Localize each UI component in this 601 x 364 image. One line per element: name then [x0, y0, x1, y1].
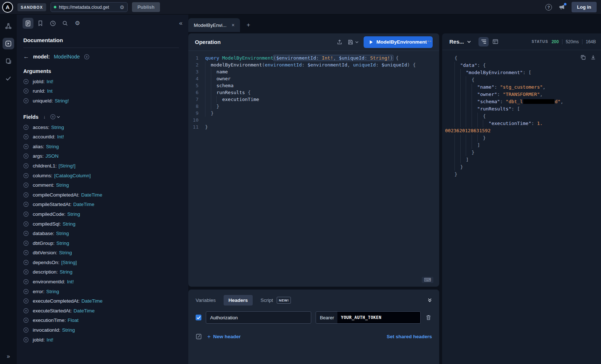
field-row[interactable]: error: String	[23, 287, 179, 296]
rail-explorer-button[interactable]	[3, 38, 14, 49]
editor-menu-button[interactable]: •••	[426, 39, 432, 43]
field-type-link[interactable]: String	[46, 144, 59, 149]
field-type-link[interactable]: String	[59, 250, 72, 255]
header-key-input[interactable]: Authorization	[206, 311, 311, 324]
tab-documentation[interactable]	[23, 18, 33, 29]
field-row[interactable]: comment: String	[23, 180, 179, 190]
set-shared-headers-link[interactable]: Set shared headers	[386, 334, 432, 339]
argument-type-link[interactable]: Int!	[47, 79, 53, 84]
collapse-request-panel-button[interactable]	[428, 298, 432, 303]
field-row[interactable]: dependsOn: [String]	[23, 258, 179, 267]
add-field-icon[interactable]	[23, 337, 29, 343]
argument-type-link[interactable]: Int	[47, 88, 53, 94]
add-field-icon[interactable]	[23, 134, 29, 139]
add-field-icon[interactable]	[23, 144, 29, 149]
add-field-icon[interactable]	[23, 163, 29, 169]
argument-row[interactable]: jobId: Int!	[23, 77, 179, 86]
field-row[interactable]: description: String	[23, 267, 179, 277]
field-type-link[interactable]: String	[46, 289, 59, 294]
field-row[interactable]: compiledCode: String	[23, 209, 179, 219]
argument-row[interactable]: runId: Int	[23, 86, 179, 96]
table-view-button[interactable]	[490, 37, 500, 46]
field-row[interactable]: args: JSON	[23, 151, 179, 161]
add-argument-icon[interactable]	[23, 79, 29, 84]
add-field-icon[interactable]	[23, 327, 29, 333]
new-tab-button[interactable]: +	[243, 18, 254, 32]
tab-headers[interactable]: Headers	[224, 295, 252, 306]
add-field-icon[interactable]	[23, 221, 29, 227]
add-field-icon[interactable]	[23, 202, 29, 207]
field-type-link[interactable]: Int!	[47, 337, 53, 343]
tab-history[interactable]	[47, 18, 58, 29]
formatted-view-button[interactable]	[478, 37, 489, 46]
share-operation-button[interactable]	[337, 39, 342, 45]
add-field-icon[interactable]	[23, 125, 29, 130]
field-type-link[interactable]: Int!	[67, 279, 74, 284]
field-row[interactable]: executionTime: Float	[23, 316, 179, 325]
tab-search[interactable]	[60, 18, 71, 29]
env-edit-icon[interactable]	[196, 333, 202, 340]
add-all-fields-icon[interactable]	[84, 54, 89, 60]
tab-variables[interactable]: Variables	[196, 298, 216, 303]
field-row[interactable]: compiledSql: String	[23, 219, 179, 229]
field-row[interactable]: invocationId: String	[23, 325, 179, 335]
field-row[interactable]: executeCompletedAt: DateTime	[23, 296, 179, 306]
apollo-logo[interactable]: A	[2, 2, 13, 13]
add-field-icon[interactable]	[23, 173, 29, 178]
rail-checks-button[interactable]	[3, 73, 14, 84]
field-type-link[interactable]: [CatalogColumn]	[54, 173, 91, 178]
tab-script[interactable]: Script	[261, 298, 273, 303]
field-row[interactable]: executeStartedAt: DateTime	[23, 306, 179, 316]
field-row[interactable]: alias: String	[23, 142, 179, 151]
field-type-link[interactable]: JSON	[45, 153, 59, 159]
field-type-link[interactable]: [String!]	[59, 163, 76, 169]
add-field-icon[interactable]	[23, 240, 29, 246]
field-row[interactable]: compileStartedAt: DateTime	[23, 200, 179, 210]
add-field-icon[interactable]	[23, 260, 29, 265]
tab-settings[interactable]: ⚙	[72, 18, 83, 29]
rail-collections-button[interactable]	[3, 55, 14, 67]
login-button[interactable]: Log in	[572, 2, 597, 12]
add-argument-icon[interactable]	[23, 88, 29, 94]
header-value-input[interactable]: Bearer YOUR_AUTH_TOKEN	[316, 311, 421, 324]
add-field-icon[interactable]	[23, 308, 29, 314]
add-field-icon[interactable]	[23, 182, 29, 188]
field-row[interactable]: dbtGroup: String	[23, 238, 179, 248]
field-type-link[interactable]: String	[60, 269, 72, 275]
add-argument-icon[interactable]	[23, 98, 29, 104]
add-field-icon[interactable]	[23, 211, 29, 217]
operation-tab[interactable]: ModelByEnvi... ×	[188, 18, 240, 32]
add-field-icon[interactable]	[23, 153, 29, 159]
publish-button[interactable]: Publish	[132, 2, 160, 12]
help-icon[interactable]: ?	[545, 4, 552, 11]
keyboard-shortcuts-button[interactable]: ⌨	[422, 277, 433, 283]
field-type-link[interactable]: DateTime	[73, 308, 95, 314]
field-type-link[interactable]: String	[56, 182, 69, 188]
rail-schema-button[interactable]	[3, 20, 14, 32]
sort-fields-icon[interactable]: ↓	[43, 114, 46, 120]
add-field-icon[interactable]	[23, 318, 29, 323]
add-field-icon[interactable]	[23, 279, 29, 284]
collapse-docs-panel-button[interactable]: «	[179, 20, 183, 27]
header-enabled-checkbox[interactable]	[196, 315, 201, 320]
add-field-icon[interactable]	[23, 269, 29, 275]
run-operation-button[interactable]: ModelByEnvironment	[364, 36, 433, 48]
field-row[interactable]: dbtVersion: String	[23, 248, 179, 258]
field-type-link[interactable]: String	[63, 221, 75, 227]
argument-type-link[interactable]: String!	[55, 98, 69, 104]
field-type-link[interactable]: Float	[68, 318, 79, 323]
save-operation-button[interactable]	[348, 39, 358, 45]
close-tab-icon[interactable]: ×	[232, 22, 235, 28]
add-field-icon[interactable]	[23, 250, 29, 255]
tab-saved[interactable]	[35, 18, 46, 29]
download-response-button[interactable]	[590, 54, 596, 60]
copy-response-button[interactable]	[580, 54, 586, 60]
new-header-button[interactable]: + New header	[207, 334, 241, 340]
field-row[interactable]: environmentId: Int!	[23, 277, 179, 287]
auth-token-value[interactable]: YOUR_AUTH_TOKEN	[337, 312, 420, 323]
field-row[interactable]: database: String	[23, 228, 179, 238]
add-field-icon[interactable]	[23, 231, 29, 236]
endpoint-url-input[interactable]: https://metadata.cloud.get ⚙	[51, 2, 128, 12]
field-row[interactable]: childrenL1: [String!]	[23, 161, 179, 171]
endpoint-settings-icon[interactable]: ⚙	[120, 5, 124, 10]
